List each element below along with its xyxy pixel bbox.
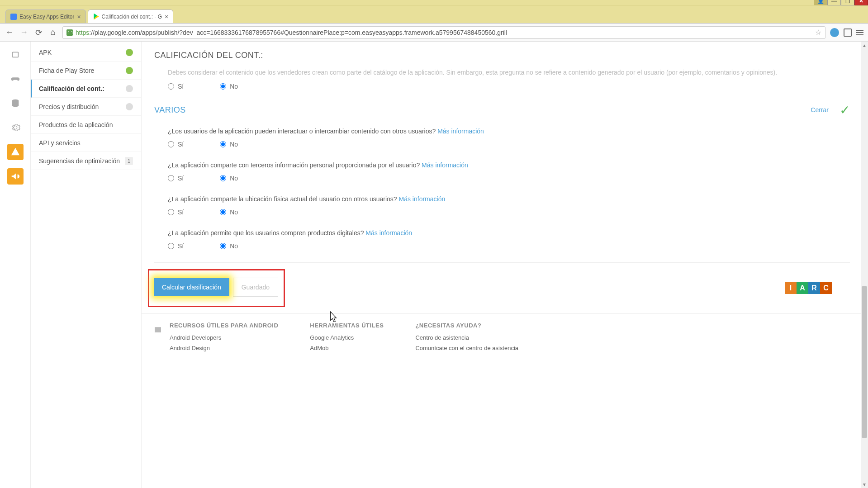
- games-icon[interactable]: [7, 71, 24, 87]
- tab-close-icon[interactable]: ×: [165, 13, 168, 20]
- tab-title: Easy Easy Apps Editor: [19, 14, 74, 20]
- main-content: CALIFICACIÓN DEL CONT.: Debes considerar…: [142, 42, 868, 488]
- tab-title: Calificación del cont.: - G: [102, 14, 162, 20]
- browser-tab-strip: Easy Easy Apps Editor × Calificación del…: [0, 5, 868, 24]
- storage-icon[interactable]: [7, 95, 24, 111]
- radio-yes[interactable]: Sí: [168, 83, 184, 90]
- announce-icon[interactable]: [7, 168, 24, 185]
- sidebar-item-label: API y servicios: [39, 139, 133, 147]
- page-title: CALIFICACIÓN DEL CONT.:: [154, 51, 850, 60]
- badge-count: 1: [125, 157, 133, 165]
- sidebar-item-label: Ficha de Play Store: [39, 67, 126, 74]
- footer-heading: RECURSOS ÚTILES PARA ANDROID: [170, 322, 278, 329]
- menu-icon[interactable]: [856, 30, 863, 35]
- android-icon: [152, 322, 164, 336]
- radio-no[interactable]: No: [220, 175, 238, 182]
- question-text: ¿Los usuarios de la aplicación pueden in…: [154, 127, 850, 136]
- footer-link[interactable]: Centro de asistencia: [415, 334, 518, 341]
- panel-icon[interactable]: [844, 28, 852, 37]
- scroll-up-arrow-icon[interactable]: ▲: [861, 42, 868, 49]
- lock-icon: [66, 29, 73, 36]
- sidebar-item-label: Calificación del cont.:: [39, 85, 126, 92]
- sidebar-item-api-services[interactable]: API y servicios: [31, 134, 141, 152]
- tab-close-icon[interactable]: ×: [77, 13, 81, 20]
- radio-no[interactable]: No: [220, 141, 238, 148]
- sidebar-item-label: Sugerencias de optimización: [39, 157, 125, 165]
- status-dot-icon: [126, 85, 133, 92]
- browser-toolbar: ← → ⟳ ⌂ https://play.google.com/apps/pub…: [0, 24, 868, 42]
- saved-button: Guardado: [233, 278, 278, 297]
- question-text: ¿La aplicación comparte la ubicación fís…: [154, 194, 850, 204]
- alert-icon[interactable]: [7, 144, 24, 160]
- scroll-thumb[interactable]: [862, 286, 867, 437]
- radio-yes[interactable]: Sí: [168, 242, 184, 250]
- android-icon[interactable]: [7, 46, 24, 62]
- footer-link[interactable]: Comunícate con el centro de asistencia: [415, 345, 518, 351]
- radio-no[interactable]: No: [220, 242, 238, 250]
- window-titlebar: 👤 — ◻ ✕: [0, 0, 868, 5]
- section-close-link[interactable]: Cerrar: [811, 106, 829, 114]
- scroll-track[interactable]: [861, 49, 868, 481]
- sidebar-item-apk[interactable]: APK: [31, 43, 141, 62]
- sidebar-item-label: APK: [39, 49, 126, 56]
- settings-icon[interactable]: [7, 119, 24, 136]
- sidebar-item-content-rating[interactable]: Calificación del cont.:: [31, 80, 141, 98]
- sidebar-item-store-listing[interactable]: Ficha de Play Store: [31, 62, 141, 80]
- more-info-link[interactable]: Más información: [399, 195, 446, 203]
- browser-tab-active[interactable]: Calificación del cont.: - G ×: [88, 9, 174, 23]
- status-dot-icon: [126, 103, 133, 110]
- url-text: https://play.google.com/apps/publish/?de…: [76, 29, 812, 36]
- footer-link[interactable]: Android Design: [170, 345, 278, 351]
- footer-link[interactable]: Google Analytics: [310, 334, 384, 341]
- window-maximize-button[interactable]: ◻: [841, 0, 854, 5]
- extension-icon[interactable]: [830, 28, 839, 37]
- intro-text: Debes considerar el contenido que los ve…: [154, 68, 850, 77]
- back-button[interactable]: ←: [5, 28, 14, 38]
- sidebar-item-label: Productos de la aplicación: [39, 121, 133, 128]
- section-title: VARIOS: [154, 105, 811, 115]
- vertical-scrollbar[interactable]: ▲ ▼: [861, 42, 868, 488]
- more-info-link[interactable]: Más información: [437, 128, 484, 135]
- window-minimize-button[interactable]: —: [827, 0, 841, 5]
- footer: RECURSOS ÚTILES PARA ANDROID Android Dev…: [142, 313, 868, 360]
- radio-no[interactable]: No: [220, 83, 238, 90]
- sidebar: APK Ficha de Play Store Calificación del…: [31, 42, 142, 488]
- browser-tab[interactable]: Easy Easy Apps Editor ×: [5, 9, 86, 23]
- footer-link[interactable]: Android Developers: [170, 334, 278, 341]
- sidebar-item-pricing[interactable]: Precios y distribución: [31, 98, 141, 116]
- bookmark-star-icon[interactable]: ☆: [815, 28, 821, 37]
- sidebar-item-optimization[interactable]: Sugerencias de optimización 1: [31, 152, 141, 170]
- reload-button[interactable]: ⟳: [33, 28, 43, 38]
- more-info-link[interactable]: Más información: [365, 229, 412, 237]
- more-info-link[interactable]: Más información: [422, 161, 468, 169]
- question-text: ¿La aplicación comparte con terceros inf…: [154, 161, 850, 170]
- iarc-logo: IARC: [785, 282, 832, 294]
- window-user-button[interactable]: 👤: [814, 0, 827, 5]
- sidebar-item-label: Precios y distribución: [39, 103, 126, 110]
- question-text: ¿La aplicación permite que los usuarios …: [154, 228, 850, 238]
- sidebar-item-in-app-products[interactable]: Productos de la aplicación: [31, 116, 141, 134]
- status-dot-icon: [126, 67, 133, 74]
- window-close-button[interactable]: ✕: [854, 0, 868, 5]
- footer-link[interactable]: AdMob: [310, 345, 384, 351]
- calculate-rating-button[interactable]: Calcular clasificación: [154, 278, 229, 296]
- home-button[interactable]: ⌂: [48, 28, 58, 38]
- forward-button[interactable]: →: [19, 28, 29, 38]
- tab-favicon: [10, 14, 17, 20]
- radio-yes[interactable]: Sí: [168, 208, 184, 216]
- tab-favicon: [93, 14, 99, 20]
- status-dot-icon: [126, 49, 133, 56]
- radio-yes[interactable]: Sí: [168, 141, 184, 148]
- address-bar[interactable]: https://play.google.com/apps/publish/?de…: [62, 26, 825, 39]
- radio-yes[interactable]: Sí: [168, 175, 184, 182]
- icon-rail: [0, 42, 31, 488]
- scroll-down-arrow-icon[interactable]: ▼: [861, 481, 868, 488]
- radio-no[interactable]: No: [220, 208, 238, 216]
- footer-heading: ¿NECESITAS AYUDA?: [415, 322, 518, 329]
- check-icon: ✓: [840, 103, 850, 118]
- highlight-annotation: Calcular clasificación Guardado: [148, 269, 285, 307]
- footer-heading: HERRAMIENTAS ÚTILES: [310, 322, 384, 329]
